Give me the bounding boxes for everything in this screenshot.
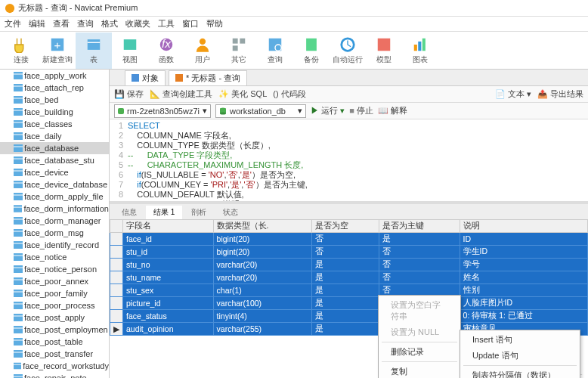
table-cell[interactable]: tinyint(4) — [213, 310, 311, 323]
tool-model[interactable]: 模型 — [366, 33, 402, 69]
tool-query[interactable]: 查询 — [257, 33, 293, 69]
table-cell[interactable]: 人脸库图片ID — [460, 297, 587, 310]
tree-item[interactable]: face_dorm_manager — [0, 215, 109, 227]
tree-item[interactable]: face_dorm_apply_file — [0, 191, 109, 203]
menu-item[interactable]: 文件 — [5, 18, 21, 29]
table-row[interactable]: stu_idbigint(20)否否学生ID — [110, 246, 588, 259]
table-cell[interactable]: bigint(20) — [213, 233, 311, 246]
table-cell[interactable]: 否 — [379, 259, 460, 271]
sql-editor[interactable]: 1SELECT2 COLUMN_NAME 字段名,3 COLUMN_TYPE 数… — [110, 119, 588, 201]
server-select[interactable]: rm-2zetn83n05wz7i▾ — [114, 104, 211, 118]
query-builder-button[interactable]: 📐 查询创建工具 — [150, 88, 212, 100]
tree-item[interactable]: face_poor_process — [0, 299, 109, 311]
table-cell[interactable]: 是 — [379, 233, 460, 246]
tool-backup[interactable]: 备份 — [293, 33, 330, 69]
table-cell[interactable]: varchar(20) — [213, 259, 311, 271]
table-cell[interactable]: 是 — [311, 323, 379, 336]
table-cell[interactable]: stu_no — [123, 259, 214, 271]
tool-other[interactable]: 其它 — [221, 33, 257, 69]
tree-item[interactable]: face_device_database — [0, 178, 109, 191]
table-cell[interactable]: 是 — [311, 284, 379, 297]
tool-fx[interactable]: fx函数 — [148, 33, 184, 69]
table-cell[interactable]: varchar(100) — [213, 297, 311, 310]
table-row[interactable]: face_idbigint(20)否是ID — [110, 233, 588, 246]
table-cell[interactable]: stu_id — [123, 246, 214, 259]
table-cell[interactable]: bigint(20) — [213, 246, 311, 259]
menu-copy[interactable]: 复制 — [379, 364, 460, 378]
tree-item[interactable]: face_dorm_information — [0, 203, 109, 215]
tree-item[interactable]: face_device — [0, 166, 109, 178]
table-cell[interactable]: 学号 — [460, 259, 587, 271]
table-cell[interactable]: 性别 — [460, 284, 587, 297]
tool-plug[interactable]: 连接 — [3, 33, 39, 69]
table-row[interactable]: picture_idvarchar(100)是否人脸库图片ID — [110, 297, 588, 310]
tree-item[interactable]: face_post_apply — [0, 311, 109, 324]
table-cell[interactable]: char(1) — [213, 284, 311, 297]
menu-item[interactable]: 查询 — [77, 18, 94, 29]
tree-item[interactable]: face_attach_rep — [0, 82, 109, 94]
tab-profile[interactable]: 剖析 — [184, 206, 214, 219]
export-button[interactable]: 📤 导出结果 — [537, 88, 583, 100]
table-cell[interactable]: audit_opinion — [123, 323, 214, 336]
table-row[interactable]: stu_novarchar(20)是否学号 — [110, 259, 588, 271]
table-cell[interactable]: ID — [460, 233, 587, 246]
menu-item[interactable]: 查看 — [53, 18, 70, 29]
database-select[interactable]: workstation_db▾ — [215, 104, 306, 118]
menu-item[interactable]: 收藏夹 — [125, 18, 150, 29]
table-cell[interactable]: 姓名 — [460, 271, 587, 284]
table-cell[interactable]: 是 — [311, 297, 379, 310]
tool-newq[interactable]: +新建查询 — [39, 33, 76, 69]
tree-item[interactable]: face_notice_person — [0, 263, 109, 275]
text-button[interactable]: 📄 文本 ▾ — [495, 88, 531, 100]
table-cell[interactable]: 是 — [311, 259, 379, 271]
beautify-button[interactable]: ✨ 美化 SQL — [218, 88, 267, 100]
table-cell[interactable]: 否 — [379, 271, 460, 284]
tree-item[interactable]: face_building — [0, 106, 109, 118]
tree-item[interactable]: face_post_table — [0, 336, 109, 348]
tree-item[interactable]: face_poor_family — [0, 287, 109, 299]
menu-insert-stmt[interactable]: Insert 语句 — [460, 332, 580, 348]
tool-table[interactable]: 表 — [76, 33, 112, 69]
save-button[interactable]: 💾 保存 — [114, 88, 144, 100]
tree-item[interactable]: face_poor_annex — [0, 275, 109, 287]
snippet-button[interactable]: () 代码段 — [273, 88, 305, 100]
tree-item[interactable]: face_repair_note — [0, 372, 109, 378]
table-cell[interactable]: varchar(255) — [213, 323, 311, 336]
column-header[interactable]: 数据类型（长. — [213, 220, 311, 233]
menu-set-blank[interactable]: 设置为空白字符串 — [379, 297, 460, 324]
tab-result1[interactable]: 结果 1 — [146, 206, 182, 219]
table-cell[interactable]: 否 — [379, 246, 460, 259]
column-header[interactable]: 字段名 — [123, 220, 214, 233]
tab-objects[interactable]: 对象 — [125, 70, 166, 85]
table-cell[interactable]: face_status — [123, 310, 214, 323]
run-button[interactable]: ▶ 运行 ▾ — [311, 105, 345, 116]
table-row[interactable]: face_statustinyint(4)是否0: 待审核 1: 已通过 — [110, 310, 588, 323]
tool-chart[interactable]: 图表 — [402, 33, 438, 69]
explain-button[interactable]: 📖 解释 — [378, 105, 407, 116]
table-cell[interactable]: face_id — [123, 233, 214, 246]
table-cell[interactable]: 学生ID — [460, 246, 587, 259]
result-table[interactable]: 字段名数据类型（长.是否为空是否为主键说明 face_idbigint(20)否… — [110, 219, 588, 336]
tool-view[interactable]: 视图 — [112, 33, 148, 69]
table-row[interactable]: stu_sexchar(1)是否性别 — [110, 284, 588, 297]
column-header[interactable]: 是否为空 — [311, 220, 379, 233]
menu-item[interactable]: 工具 — [158, 18, 175, 29]
table-cell[interactable]: 是 — [311, 271, 379, 284]
table-cell[interactable]: 否 — [311, 246, 379, 259]
menu-tsv-data[interactable]: 制表符分隔值（数据） — [460, 367, 580, 378]
tree-item[interactable]: face_dorm_msg — [0, 227, 109, 239]
table-cell[interactable]: picture_id — [123, 297, 214, 310]
column-header[interactable]: 是否为主键 — [379, 220, 460, 233]
tree-item[interactable]: face_database_stu — [0, 154, 109, 166]
tree-item[interactable]: face_identify_record — [0, 239, 109, 251]
tree-item[interactable]: face_notice — [0, 251, 109, 263]
menu-item[interactable]: 格式 — [101, 18, 118, 29]
tab-query[interactable]: * 无标题 - 查询 — [169, 70, 247, 85]
tree-item[interactable]: face_post_employmen — [0, 324, 109, 336]
table-cell[interactable]: stu_name — [123, 271, 214, 284]
tool-auto[interactable]: 自动运行 — [330, 33, 366, 69]
tree-item[interactable]: face_bed — [0, 94, 109, 106]
tree-item[interactable]: face_classes — [0, 118, 109, 130]
tree-item[interactable]: face_apply_work — [0, 70, 109, 82]
tree-item[interactable]: face_post_transfer — [0, 348, 109, 360]
